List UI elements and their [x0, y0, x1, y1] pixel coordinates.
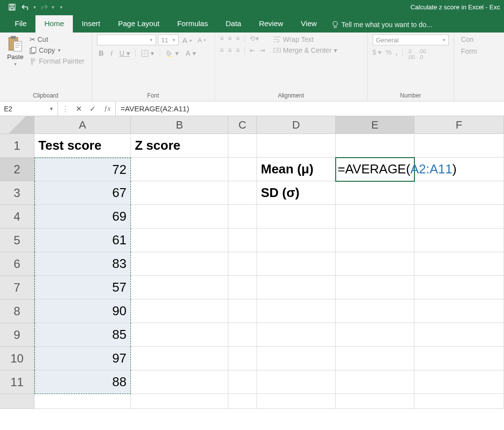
cell-b3[interactable]: [131, 181, 228, 205]
column-header-e[interactable]: E: [336, 116, 414, 133]
orientation-icon[interactable]: ⟲▾: [250, 34, 259, 42]
cell-c7[interactable]: [228, 276, 257, 299]
cell-b8[interactable]: [131, 299, 228, 323]
cell-d5[interactable]: [257, 229, 336, 252]
tab-home[interactable]: Home: [35, 15, 73, 33]
percent-format-icon[interactable]: %: [385, 48, 391, 60]
cell-f11[interactable]: [414, 370, 504, 394]
font-face-select[interactable]: ▾: [97, 34, 156, 45]
cell-e1[interactable]: [336, 134, 414, 158]
cell-d6[interactable]: [257, 252, 336, 276]
align-center-icon[interactable]: ≡: [228, 46, 232, 54]
cell-d2[interactable]: Mean (μ): [257, 158, 336, 181]
cell-a5[interactable]: 61: [34, 229, 131, 252]
cell-e4[interactable]: [336, 205, 414, 229]
cell-e5[interactable]: [336, 229, 414, 252]
select-all-corner[interactable]: [0, 116, 34, 133]
cell-d3[interactable]: SD (σ): [257, 181, 336, 205]
cell-b11[interactable]: [131, 370, 228, 394]
row-header-12[interactable]: [0, 394, 34, 409]
wrap-text-button[interactable]: Wrap Text: [271, 34, 339, 44]
cell-a9[interactable]: 85: [34, 323, 131, 347]
row-header-4[interactable]: 4: [0, 205, 34, 229]
cell-b1[interactable]: Z score: [131, 134, 228, 158]
row-header-3[interactable]: 3: [0, 181, 34, 205]
cell-c10[interactable]: [228, 347, 257, 370]
save-icon[interactable]: [6, 1, 18, 13]
cell-b10[interactable]: [131, 347, 228, 370]
cell-e12[interactable]: [336, 394, 414, 409]
increase-indent-icon[interactable]: ⇥: [259, 46, 265, 54]
cell-f5[interactable]: [414, 229, 504, 252]
row-header-2[interactable]: 2: [0, 158, 34, 181]
row-header-1[interactable]: 1: [0, 134, 34, 158]
cell-a3[interactable]: 67: [34, 181, 131, 205]
cell-b4[interactable]: [131, 205, 228, 229]
format-table-button[interactable]: Form: [459, 46, 479, 56]
cell-c2[interactable]: [228, 158, 257, 181]
cell-a12[interactable]: [34, 394, 131, 409]
enter-formula-button[interactable]: ✓: [86, 104, 99, 113]
cell-e9[interactable]: [336, 323, 414, 347]
formula-bar-more-icon[interactable]: ⋮: [58, 104, 72, 113]
row-header-9[interactable]: 9: [0, 323, 34, 347]
cell-b12[interactable]: [131, 394, 228, 409]
cell-d1[interactable]: [257, 134, 336, 158]
cell-b9[interactable]: [131, 323, 228, 347]
cell-d11[interactable]: [257, 370, 336, 394]
increase-font-icon[interactable]: A▴: [181, 34, 194, 45]
formula-input[interactable]: =AVERAGE(A2:A11): [116, 101, 504, 116]
cell-c11[interactable]: [228, 370, 257, 394]
cell-f10[interactable]: [414, 347, 504, 370]
cell-c5[interactable]: [228, 229, 257, 252]
cell-a8[interactable]: 90: [34, 299, 131, 323]
merge-center-button[interactable]: Merge & Center ▾: [271, 45, 339, 55]
column-header-c[interactable]: C: [228, 116, 257, 133]
font-color-button[interactable]: A ▾: [184, 48, 198, 58]
cell-f6[interactable]: [414, 252, 504, 276]
conditional-formatting-button[interactable]: Con: [459, 34, 476, 44]
row-header-8[interactable]: 8: [0, 299, 34, 323]
cell-b2[interactable]: [131, 158, 228, 181]
cell-a2[interactable]: 72: [34, 158, 131, 181]
cell-e3[interactable]: [336, 181, 414, 205]
decrease-font-icon[interactable]: A▾: [196, 34, 208, 45]
row-header-5[interactable]: 5: [0, 229, 34, 252]
qat-customize-icon[interactable]: ▾: [60, 4, 63, 10]
font-size-select[interactable]: 11▾: [158, 34, 179, 45]
row-header-11[interactable]: 11: [0, 370, 34, 394]
cell-d7[interactable]: [257, 276, 336, 299]
column-header-a[interactable]: A: [34, 116, 131, 133]
cell-a10[interactable]: 97: [34, 347, 131, 370]
dropdown-icon[interactable]: ▾: [33, 4, 36, 10]
cell-b7[interactable]: [131, 276, 228, 299]
italic-button[interactable]: I: [109, 48, 115, 58]
cell-a1[interactable]: Test score: [34, 134, 131, 158]
tab-data[interactable]: Data: [217, 15, 250, 33]
column-header-d[interactable]: D: [257, 116, 336, 133]
column-header-f[interactable]: F: [414, 116, 504, 133]
cell-c8[interactable]: [228, 299, 257, 323]
name-box[interactable]: E2 ▼: [0, 101, 58, 116]
number-format-select[interactable]: General▾: [373, 34, 449, 45]
cell-d4[interactable]: [257, 205, 336, 229]
cell-f8[interactable]: [414, 299, 504, 323]
cell-c6[interactable]: [228, 252, 257, 276]
cell-e8[interactable]: [336, 299, 414, 323]
cell-f1[interactable]: [414, 134, 504, 158]
align-top-icon[interactable]: ≡: [220, 34, 224, 42]
tab-insert[interactable]: Insert: [73, 15, 109, 33]
fx-icon[interactable]: ƒx: [99, 105, 115, 113]
tab-file[interactable]: File: [6, 15, 35, 33]
cell-a4[interactable]: 69: [34, 205, 131, 229]
decrease-decimal-icon[interactable]: .00.0: [419, 48, 426, 60]
align-bottom-icon[interactable]: ≡: [236, 34, 240, 42]
tab-formulas[interactable]: Formulas: [168, 15, 217, 33]
cell-d10[interactable]: [257, 347, 336, 370]
bold-button[interactable]: B: [97, 48, 106, 58]
cell-f4[interactable]: [414, 205, 504, 229]
cell-c9[interactable]: [228, 323, 257, 347]
align-middle-icon[interactable]: ≡: [228, 34, 232, 42]
tab-review[interactable]: Review: [250, 15, 292, 33]
accounting-format-icon[interactable]: $ ▾: [373, 48, 382, 60]
